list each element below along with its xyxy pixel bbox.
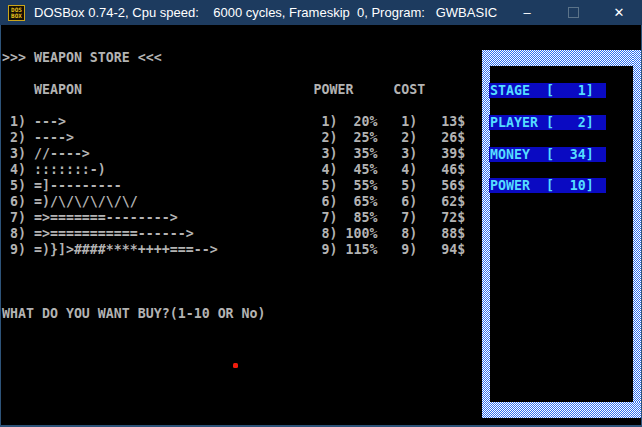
status-frame-left [482, 50, 490, 418]
close-button[interactable]: ✕ [596, 0, 642, 25]
minimize-icon: – [523, 5, 530, 20]
status-frame-bottom [482, 402, 642, 418]
dosbox-window: DOS BOX DOSBox 0.74-2, Cpu speed: 6000 c… [0, 0, 642, 427]
window-title: DOSBox 0.74-2, Cpu speed: 6000 cycles, F… [34, 5, 497, 20]
stat-bar-money: MONEY [ 34] [489, 147, 606, 162]
red-dot-sprite [233, 363, 238, 368]
maximize-button[interactable] [550, 0, 596, 25]
stat-bar-power: POWER [ 10] [489, 178, 606, 193]
title-bar[interactable]: DOS BOX DOSBox 0.74-2, Cpu speed: 6000 c… [0, 0, 642, 25]
window-border-left [0, 25, 1, 427]
dos-text: >>> WEAPON STORE <<< WEAPON POWER COST 1… [2, 50, 465, 322]
maximize-icon [568, 7, 579, 18]
stat-bar-player: PLAYER [ 2] [489, 115, 606, 130]
status-frame-top [482, 50, 642, 66]
icon-text-box: BOX [9, 13, 24, 19]
dos-screen[interactable]: >>> WEAPON STORE <<< WEAPON POWER COST 1… [0, 25, 642, 425]
window-controls: – ✕ [504, 0, 642, 25]
dosbox-app-icon: DOS BOX [8, 5, 25, 21]
stat-bar-stage: STAGE [ 1] [489, 83, 606, 98]
close-icon: ✕ [614, 5, 625, 20]
minimize-button[interactable]: – [504, 0, 550, 25]
